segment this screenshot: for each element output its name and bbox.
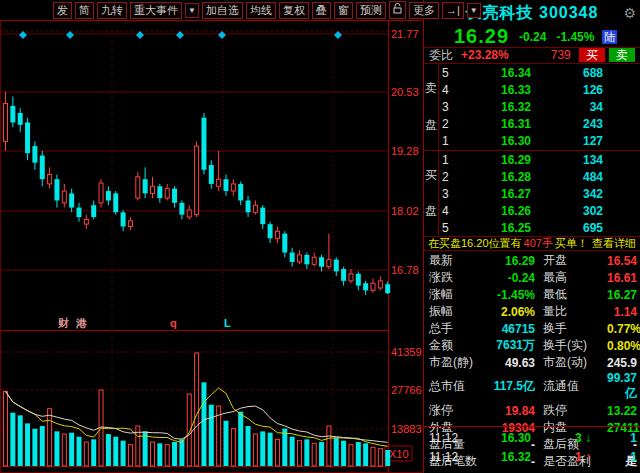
bid-row[interactable]: 216.28484 [439, 168, 640, 185]
toolbar-item-3[interactable]: 重大事件 [130, 2, 182, 19]
toolbar-item-6[interactable]: 均线 [246, 2, 276, 19]
ask-rows: 516.34688416.33126316.3234216.31243116.3… [439, 64, 640, 150]
stat-row: 最新16.29开盘16.54 [429, 252, 637, 269]
stat-row: 振幅2.06%量比1.14 [429, 303, 637, 320]
price-change-percent: -1.45% [556, 30, 594, 44]
price-row: 16.29 -0.24 -1.45% 陆 [424, 26, 640, 48]
diamond-icon [19, 31, 27, 39]
volume-axis-label: 41359 [391, 346, 422, 358]
price-axis-label: 18.02 [391, 205, 419, 217]
toolbar-item-8[interactable]: 叠 [312, 2, 331, 19]
tick-row: 11:1216.303 ↓1 [429, 429, 637, 448]
price-change: -0.24 [519, 30, 546, 44]
gear-icon[interactable]: ⚙ [620, 5, 636, 21]
toolbar-item-0[interactable]: 发 [53, 2, 72, 19]
view-detail-link[interactable]: 查看详细 [592, 236, 636, 251]
diamond-icon [334, 31, 342, 39]
ask-row[interactable]: 416.33126 [439, 81, 640, 98]
candlestick-series [4, 92, 391, 295]
stat-row: 涨幅-1.45%最低16.27 [429, 286, 637, 303]
toolbar-item-7[interactable]: 复权 [279, 2, 309, 19]
event-markers: 财港qL [57, 317, 231, 329]
quote-panel: R 长亮科技 300348 ⚙ 16.29 -0.24 -1.45% 陆 委比 … [423, 0, 640, 473]
volume-axis-label: 27766 [391, 384, 422, 396]
toolbar-item-9[interactable]: 窗 [334, 2, 353, 19]
price-axis-label: 16.78 [391, 264, 419, 276]
svg-text:X10: X10 [389, 448, 409, 460]
stat-row: 总手46715换手0.77% [429, 320, 637, 337]
toolbar-item-5[interactable]: 加自选 [202, 2, 243, 19]
sell-button[interactable]: 卖 [609, 48, 635, 62]
ask-row[interactable]: 216.31243 [439, 116, 640, 133]
weibi-value: +23.28% [461, 48, 509, 62]
weibi-label: 委比 [429, 47, 453, 64]
stat-row: 涨停19.84跌停13.22 [429, 402, 637, 419]
last-price: 16.29 [454, 25, 509, 48]
bid-book: 买盘 116.29134216.28484316.27342416.263025… [424, 150, 640, 236]
toolbar-item-4[interactable]: ▼ [185, 3, 199, 18]
weibi-row: 委比 +23.28% 739 买 卖 [424, 48, 640, 62]
toolbar-item-2[interactable]: 九转 [97, 2, 127, 19]
bid-row[interactable]: 316.27342 [439, 185, 640, 202]
toolbar-item-1[interactable]: 简 [75, 2, 94, 19]
stat-row: 总市值117.5亿流通值99.37亿 [429, 371, 637, 402]
volume-series [4, 353, 391, 466]
stat-row: 金额7631万换手(实)0.80% [429, 337, 637, 354]
toolbar-item-14[interactable]: ▼ [467, 3, 481, 18]
chart-toolbar: 发简九转重大事件▼加自选均线复权叠窗预测更多→|▼ [53, 1, 481, 19]
volume-axis-label: 13883 [391, 423, 422, 435]
notice-hands: 407手 [524, 236, 553, 251]
diamond-icon [218, 31, 226, 39]
ask-row[interactable]: 516.34688 [439, 64, 640, 81]
diamond-icon [66, 31, 74, 39]
stats-grid: 最新16.29开盘16.54涨跌-0.24最高16.61涨幅-1.45%最低16… [424, 252, 640, 425]
toolbar-item-12[interactable]: 更多 [409, 2, 439, 19]
chart-canvas[interactable]: 21.7720.5319.2818.0216.78413592776613883… [0, 0, 422, 473]
notice-text-post: 买单！ [555, 236, 588, 251]
weicha-value: 739 [551, 48, 571, 62]
diamond-icon [176, 31, 184, 39]
stock-app-window: 21.7720.5319.2818.0216.78413592776613883… [0, 0, 640, 473]
event-marker: 财 [57, 317, 69, 329]
toolbar-item-10[interactable]: 预测 [356, 2, 386, 19]
event-marker: q [170, 317, 177, 329]
bid-row[interactable]: 116.29134 [439, 151, 640, 168]
tick-row: 11:1216.321 ↑1 [429, 448, 637, 467]
lock-icon[interactable] [389, 1, 406, 19]
event-marker: L [224, 317, 231, 329]
ask-row[interactable]: 116.30127 [439, 133, 640, 150]
toolbar-item-13[interactable]: →| [442, 2, 464, 19]
large-order-notice: 在买盘16.20位置有 407手 买单！ 查看详细 [424, 236, 640, 251]
price-axis-label: 19.28 [391, 145, 419, 157]
ask-book: 卖盘 516.34688416.33126316.3234216.3124311… [424, 63, 640, 150]
price-axis-label: 21.77 [391, 28, 419, 40]
bid-row[interactable]: 416.26302 [439, 202, 640, 219]
volume-ma-lines [6, 388, 388, 446]
diamond-markers [19, 31, 342, 39]
ask-row[interactable]: 316.3234 [439, 98, 640, 115]
stat-row: 市盈(静)49.63市盈(动)245.9 [429, 354, 637, 371]
diamond-icon [136, 31, 144, 39]
notice-text-pre: 在买盘16.20位置有 [428, 236, 522, 251]
tick-list: 11:1216.303 ↓111:1216.321 ↑1 [424, 426, 640, 466]
bid-side-label: 买盘 [424, 151, 439, 236]
bid-row[interactable]: 516.25695 [439, 219, 640, 236]
buy-button[interactable]: 买 [579, 48, 605, 62]
stat-row: 涨跌-0.24最高16.61 [429, 269, 637, 286]
market-badge: 陆 [602, 30, 617, 44]
ask-side-label: 卖盘 [424, 64, 439, 150]
bid-rows: 116.29134216.28484316.27342416.26302516.… [439, 151, 640, 236]
event-marker: 港 [75, 317, 87, 329]
price-axis-label: 20.53 [391, 86, 419, 98]
grid-lines: 21.7720.5319.2818.0216.78413592776613883 [1, 28, 422, 466]
